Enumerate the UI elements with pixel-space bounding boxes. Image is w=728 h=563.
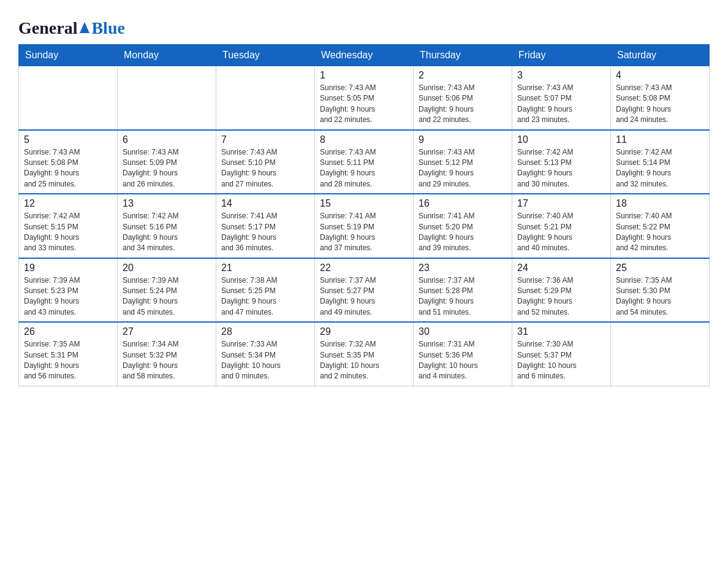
calendar-week-row: 19Sunrise: 7:39 AMSunset: 5:23 PMDayligh… [19, 258, 710, 323]
day-info: Sunrise: 7:43 AMSunset: 5:05 PMDaylight:… [320, 83, 408, 126]
calendar-day-cell: 21Sunrise: 7:38 AMSunset: 5:25 PMDayligh… [216, 258, 315, 323]
calendar-day-cell: 1Sunrise: 7:43 AMSunset: 5:05 PMDaylight… [315, 66, 414, 130]
day-info: Sunrise: 7:43 AMSunset: 5:12 PMDaylight:… [419, 147, 507, 190]
day-info: Sunrise: 7:42 AMSunset: 5:16 PMDaylight:… [123, 211, 211, 254]
calendar-day-cell: 9Sunrise: 7:43 AMSunset: 5:12 PMDaylight… [414, 130, 512, 194]
day-number: 13 [123, 198, 211, 209]
day-number: 5 [24, 134, 112, 145]
calendar-day-cell: 23Sunrise: 7:37 AMSunset: 5:28 PMDayligh… [414, 258, 512, 323]
day-of-week-header: Tuesday [216, 45, 315, 66]
calendar-day-cell: 27Sunrise: 7:34 AMSunset: 5:32 PMDayligh… [118, 322, 216, 386]
day-info: Sunrise: 7:37 AMSunset: 5:27 PMDaylight:… [320, 275, 408, 318]
day-info: Sunrise: 7:39 AMSunset: 5:23 PMDaylight:… [24, 275, 112, 318]
day-of-week-header: Wednesday [315, 45, 414, 66]
day-number: 10 [517, 134, 605, 145]
day-number: 22 [320, 262, 408, 274]
day-info: Sunrise: 7:40 AMSunset: 5:22 PMDaylight:… [616, 211, 704, 254]
day-number: 15 [320, 198, 408, 209]
calendar-day-cell: 20Sunrise: 7:39 AMSunset: 5:24 PMDayligh… [118, 258, 216, 323]
day-number: 25 [616, 262, 704, 274]
day-number: 26 [24, 326, 112, 337]
day-info: Sunrise: 7:33 AMSunset: 5:34 PMDaylight:… [221, 339, 309, 382]
day-number: 23 [419, 262, 507, 274]
day-number: 14 [221, 198, 309, 209]
calendar-week-row: 1Sunrise: 7:43 AMSunset: 5:05 PMDaylight… [19, 66, 710, 130]
calendar-day-cell [19, 66, 118, 130]
logo-arrow-icon [78, 21, 91, 34]
day-info: Sunrise: 7:38 AMSunset: 5:25 PMDaylight:… [221, 275, 309, 318]
calendar-day-cell: 15Sunrise: 7:41 AMSunset: 5:19 PMDayligh… [315, 194, 414, 258]
calendar-day-cell: 13Sunrise: 7:42 AMSunset: 5:16 PMDayligh… [118, 194, 216, 258]
day-number: 2 [419, 70, 507, 81]
day-info: Sunrise: 7:32 AMSunset: 5:35 PMDaylight:… [320, 339, 408, 382]
day-info: Sunrise: 7:31 AMSunset: 5:36 PMDaylight:… [419, 339, 507, 382]
day-number: 6 [123, 134, 211, 145]
day-info: Sunrise: 7:41 AMSunset: 5:20 PMDaylight:… [419, 211, 507, 254]
calendar-day-cell: 14Sunrise: 7:41 AMSunset: 5:17 PMDayligh… [216, 194, 315, 258]
day-info: Sunrise: 7:43 AMSunset: 5:11 PMDaylight:… [320, 147, 408, 190]
day-number: 28 [221, 326, 309, 337]
calendar-day-cell: 24Sunrise: 7:36 AMSunset: 5:29 PMDayligh… [512, 258, 611, 323]
calendar-day-cell: 12Sunrise: 7:42 AMSunset: 5:15 PMDayligh… [19, 194, 118, 258]
calendar-day-cell: 29Sunrise: 7:32 AMSunset: 5:35 PMDayligh… [315, 322, 414, 386]
svg-marker-0 [80, 22, 89, 33]
day-number: 16 [419, 198, 507, 209]
day-number: 4 [616, 70, 704, 81]
day-number: 18 [616, 198, 704, 209]
day-of-week-header: Thursday [414, 45, 512, 66]
day-info: Sunrise: 7:40 AMSunset: 5:21 PMDaylight:… [517, 211, 605, 254]
day-info: Sunrise: 7:43 AMSunset: 5:09 PMDaylight:… [123, 147, 211, 190]
day-info: Sunrise: 7:42 AMSunset: 5:15 PMDaylight:… [24, 211, 112, 254]
day-number: 24 [517, 262, 605, 274]
calendar-day-cell: 3Sunrise: 7:43 AMSunset: 5:07 PMDaylight… [512, 66, 611, 130]
day-number: 17 [517, 198, 605, 209]
logo-blue-text: Blue [91, 18, 124, 38]
calendar-day-cell: 5Sunrise: 7:43 AMSunset: 5:08 PMDaylight… [19, 130, 118, 194]
logo-general-text: General [18, 18, 77, 38]
day-info: Sunrise: 7:43 AMSunset: 5:10 PMDaylight:… [221, 147, 309, 190]
day-info: Sunrise: 7:35 AMSunset: 5:30 PMDaylight:… [616, 275, 704, 318]
day-info: Sunrise: 7:41 AMSunset: 5:19 PMDaylight:… [320, 211, 408, 254]
day-number: 1 [320, 70, 408, 81]
day-number: 30 [419, 326, 507, 337]
calendar-day-cell: 17Sunrise: 7:40 AMSunset: 5:21 PMDayligh… [512, 194, 611, 258]
calendar-day-cell [216, 66, 315, 130]
day-info: Sunrise: 7:42 AMSunset: 5:13 PMDaylight:… [517, 147, 605, 190]
calendar-day-cell: 4Sunrise: 7:43 AMSunset: 5:08 PMDaylight… [611, 66, 710, 130]
calendar-day-cell: 7Sunrise: 7:43 AMSunset: 5:10 PMDaylight… [216, 130, 315, 194]
calendar-day-cell: 10Sunrise: 7:42 AMSunset: 5:13 PMDayligh… [512, 130, 611, 194]
calendar-day-cell: 30Sunrise: 7:31 AMSunset: 5:36 PMDayligh… [414, 322, 512, 386]
day-of-week-header: Monday [118, 45, 216, 66]
day-number: 20 [123, 262, 211, 274]
calendar-day-cell: 28Sunrise: 7:33 AMSunset: 5:34 PMDayligh… [216, 322, 315, 386]
calendar-week-row: 5Sunrise: 7:43 AMSunset: 5:08 PMDaylight… [19, 130, 710, 194]
calendar-day-cell: 6Sunrise: 7:43 AMSunset: 5:09 PMDaylight… [118, 130, 216, 194]
calendar-day-cell: 22Sunrise: 7:37 AMSunset: 5:27 PMDayligh… [315, 258, 414, 323]
calendar-day-cell: 2Sunrise: 7:43 AMSunset: 5:06 PMDaylight… [414, 66, 512, 130]
day-info: Sunrise: 7:34 AMSunset: 5:32 PMDaylight:… [123, 339, 211, 382]
logo: General Blue [18, 18, 125, 38]
day-number: 31 [517, 326, 605, 337]
day-number: 3 [517, 70, 605, 81]
day-number: 11 [616, 134, 704, 145]
day-of-week-header: Saturday [611, 45, 710, 66]
day-number: 12 [24, 198, 112, 209]
day-of-week-header: Sunday [19, 45, 118, 66]
calendar-day-cell: 25Sunrise: 7:35 AMSunset: 5:30 PMDayligh… [611, 258, 710, 323]
day-number: 7 [221, 134, 309, 145]
calendar-week-row: 26Sunrise: 7:35 AMSunset: 5:31 PMDayligh… [19, 322, 710, 386]
calendar-day-cell [118, 66, 216, 130]
day-info: Sunrise: 7:42 AMSunset: 5:14 PMDaylight:… [616, 147, 704, 190]
calendar-day-cell: 16Sunrise: 7:41 AMSunset: 5:20 PMDayligh… [414, 194, 512, 258]
calendar-day-cell: 11Sunrise: 7:42 AMSunset: 5:14 PMDayligh… [611, 130, 710, 194]
calendar-day-cell [611, 322, 710, 386]
day-number: 27 [123, 326, 211, 337]
day-info: Sunrise: 7:43 AMSunset: 5:08 PMDaylight:… [616, 83, 704, 126]
day-number: 19 [24, 262, 112, 274]
calendar-day-cell: 18Sunrise: 7:40 AMSunset: 5:22 PMDayligh… [611, 194, 710, 258]
day-info: Sunrise: 7:41 AMSunset: 5:17 PMDaylight:… [221, 211, 309, 254]
calendar-day-cell: 26Sunrise: 7:35 AMSunset: 5:31 PMDayligh… [19, 322, 118, 386]
day-info: Sunrise: 7:30 AMSunset: 5:37 PMDaylight:… [517, 339, 605, 382]
day-info: Sunrise: 7:39 AMSunset: 5:24 PMDaylight:… [123, 275, 211, 318]
calendar-day-cell: 8Sunrise: 7:43 AMSunset: 5:11 PMDaylight… [315, 130, 414, 194]
